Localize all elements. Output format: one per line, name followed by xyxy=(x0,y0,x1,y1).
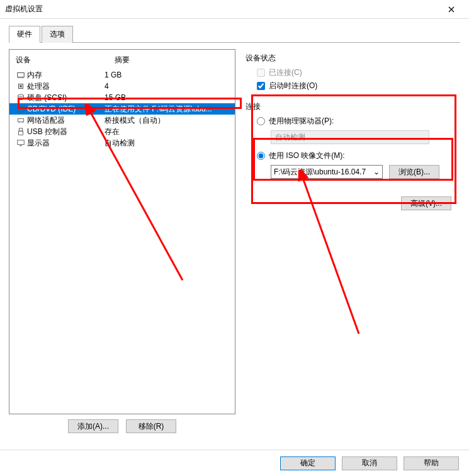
device-value: 1 GB xyxy=(105,71,231,79)
close-icon xyxy=(448,6,455,13)
device-list: 设备 摘要 内存1 GB处理器4硬盘 (SCSI)15 GBCD/DVD (ID… xyxy=(9,49,235,414)
iso-radio-row: 使用 ISO 映像文件(M): xyxy=(257,150,456,161)
device-name: 网络适配器 xyxy=(27,115,105,126)
browse-button[interactable]: 浏览(B)... xyxy=(389,165,439,179)
display-icon xyxy=(14,139,27,147)
status-group-title: 设备状态 xyxy=(246,53,456,64)
device-row-disk[interactable]: 硬盘 (SCSI)15 GB xyxy=(9,92,235,103)
device-row-net[interactable]: 网络适配器桥接模式（自动） xyxy=(9,115,235,126)
dialog-footer: 确定 取消 帮助 xyxy=(0,450,469,476)
connected-label: 已连接(C) xyxy=(269,67,302,78)
device-name: 显示器 xyxy=(27,138,105,149)
svg-rect-15 xyxy=(18,140,25,145)
device-name: 处理器 xyxy=(27,81,105,92)
iso-path-select[interactable]: F:\码云资源\ubuntu-16.04.7 ⌄ xyxy=(271,165,383,179)
cancel-button[interactable]: 取消 xyxy=(342,456,397,470)
svg-point-9 xyxy=(20,108,22,110)
window-title: 虚拟机设置 xyxy=(5,4,439,14)
device-row-cd[interactable]: CD/DVD (IDE)正在使用文件 F:\码云资源\ubu... xyxy=(9,103,235,115)
disk-icon xyxy=(14,93,27,102)
left-panel: 设备 摘要 内存1 GB处理器4硬盘 (SCSI)15 GBCD/DVD (ID… xyxy=(9,49,235,433)
svg-rect-13 xyxy=(19,128,22,131)
physical-sub: 自动检测 xyxy=(271,130,456,144)
device-value: 桥接模式（自动） xyxy=(105,115,231,126)
connection-group: 使用物理驱动器(P): 自动检测 使用 ISO 映像文件(M): F:\码云资源… xyxy=(246,116,456,190)
tab-strip: 硬件 选项 xyxy=(9,25,460,43)
physical-drive-select: 自动检测 xyxy=(271,130,429,144)
status-group: 已连接(C) 启动时连接(O) xyxy=(246,67,456,100)
titlebar: 虚拟机设置 xyxy=(0,0,469,19)
connection-group-title: 连接 xyxy=(246,101,456,112)
svg-point-7 xyxy=(18,94,24,97)
device-list-header: 设备 摘要 xyxy=(9,54,235,69)
device-name: 内存 xyxy=(27,70,105,81)
connected-checkbox xyxy=(257,69,265,77)
cpu-icon xyxy=(14,82,27,91)
iso-label: 使用 ISO 映像文件(M): xyxy=(269,150,345,161)
iso-path-text: F:\码云资源\ubuntu-16.04.7 xyxy=(274,167,366,178)
poweron-row: 启动时连接(O) xyxy=(257,81,456,91)
usb-icon xyxy=(14,127,27,136)
col-device: 设备 xyxy=(16,55,115,65)
device-name: 硬盘 (SCSI) xyxy=(27,93,105,103)
connected-row: 已连接(C) xyxy=(257,67,456,78)
device-row-cpu[interactable]: 处理器4 xyxy=(9,81,235,92)
device-buttons: 添加(A)... 移除(R) xyxy=(9,419,235,433)
device-name: USB 控制器 xyxy=(27,127,105,137)
iso-radio[interactable] xyxy=(257,152,265,160)
remove-button[interactable]: 移除(R) xyxy=(126,419,176,433)
net-icon xyxy=(14,116,27,125)
advanced-button[interactable]: 高级(V)... xyxy=(401,196,451,210)
advanced-row: 高级(V)... xyxy=(246,196,456,210)
iso-sub: F:\码云资源\ubuntu-16.04.7 ⌄ 浏览(B)... xyxy=(271,165,456,179)
device-value: 存在 xyxy=(105,127,231,137)
poweron-checkbox[interactable] xyxy=(257,82,265,90)
device-name: CD/DVD (IDE) xyxy=(27,105,105,113)
device-value: 正在使用文件 F:\码云资源\ubu... xyxy=(105,104,231,115)
cd-icon xyxy=(14,105,27,113)
close-button[interactable] xyxy=(439,1,464,18)
dialog-content: 硬件 选项 设备 摘要 内存1 GB处理器4硬盘 (SCSI)15 GBCD/D… xyxy=(0,19,469,442)
device-value: 自动检测 xyxy=(105,138,231,149)
device-value: 4 xyxy=(105,82,231,91)
svg-rect-0 xyxy=(18,73,25,77)
physical-radio-row: 使用物理驱动器(P): xyxy=(257,116,456,127)
physical-radio[interactable] xyxy=(257,117,265,125)
right-panel: 设备状态 已连接(C) 启动时连接(O) 连接 使用物理驱动器(P): xyxy=(242,49,460,433)
add-button[interactable]: 添加(A)... xyxy=(68,419,118,433)
svg-rect-14 xyxy=(19,131,23,135)
chevron-down-icon: ⌄ xyxy=(373,167,380,176)
ok-button[interactable]: 确定 xyxy=(280,456,336,470)
poweron-label: 启动时连接(O) xyxy=(269,81,317,91)
physical-label: 使用物理驱动器(P): xyxy=(269,116,334,127)
col-summary: 摘要 xyxy=(115,55,231,65)
svg-rect-6 xyxy=(20,85,22,88)
device-value: 15 GB xyxy=(105,93,231,102)
device-row-display[interactable]: 显示器自动检测 xyxy=(9,137,235,149)
help-button[interactable]: 帮助 xyxy=(404,456,459,470)
tab-options[interactable]: 选项 xyxy=(42,26,73,43)
device-row-memory[interactable]: 内存1 GB xyxy=(9,69,235,81)
svg-rect-10 xyxy=(18,118,24,122)
tab-hardware[interactable]: 硬件 xyxy=(9,26,40,43)
memory-icon xyxy=(14,71,27,79)
main-columns: 设备 摘要 内存1 GB处理器4硬盘 (SCSI)15 GBCD/DVD (ID… xyxy=(9,49,460,433)
device-row-usb[interactable]: USB 控制器存在 xyxy=(9,126,235,137)
